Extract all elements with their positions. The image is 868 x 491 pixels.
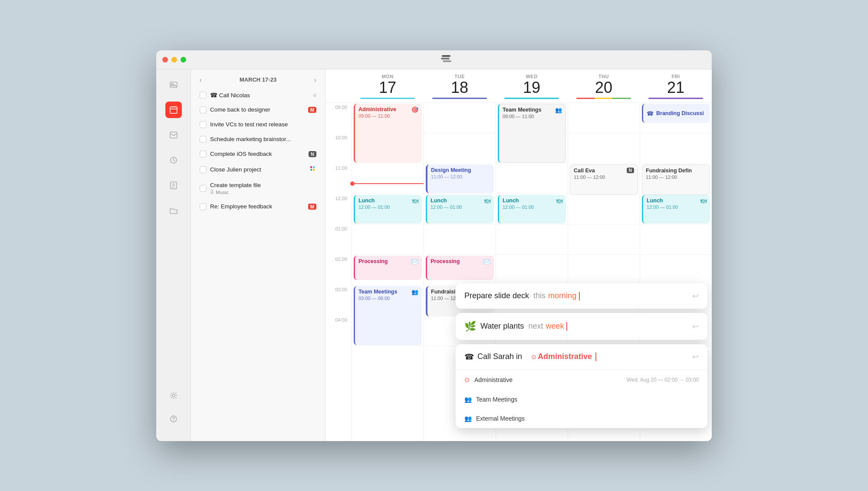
task-item[interactable]: Create template file ⠿ Music	[196, 178, 320, 199]
card2-text: Water plants	[480, 322, 524, 331]
sidebar-item-photo[interactable]	[165, 76, 182, 93]
time-label-12: 12:00	[326, 194, 352, 224]
event-lunch-fri[interactable]: 🍽 Lunch 12:00 — 01:00	[642, 195, 710, 224]
text-cursor	[579, 292, 580, 300]
event-time: 09:00 — 11:00	[358, 113, 418, 119]
time-label-14: 02:00	[326, 255, 352, 285]
event-call-eva[interactable]: N Call Eva 11:00 — 12:00	[570, 165, 638, 195]
minimize-button[interactable]	[171, 57, 177, 63]
time-gutter: 09:00 10:00 11:00 12:00 01:00 02:00 03:0…	[326, 103, 352, 441]
traffic-lights	[162, 57, 186, 63]
card1-text: Prepare slide deck	[464, 291, 529, 300]
enter-icon2[interactable]: ↩	[692, 322, 699, 331]
task-item[interactable]: Close Julien project	[196, 161, 320, 178]
task-list: ☎ Call Nicolas ≡ Come back to designer M…	[191, 88, 325, 441]
event-fundraising-fri[interactable]: Fundraising Defin 11:00 — 12:00	[642, 165, 710, 195]
task-sidebar: ‹ MARCH 17-23 › ☎ Call Nicolas ≡ Come ba…	[191, 69, 326, 441]
event-team-meetings-wed[interactable]: 👥 Team Meetings 09:00 — 11:00	[498, 104, 566, 163]
time-label-15: 03:00	[326, 285, 352, 316]
notion-badge: N	[309, 151, 316, 157]
task-item[interactable]: Schedule marketing brainstor...	[196, 132, 320, 147]
sidebar-item-notes[interactable]	[165, 177, 182, 194]
sidebar-item-calendar[interactable]	[165, 102, 182, 118]
plant-emoji: 🌿	[464, 321, 476, 332]
sidebar-item-folder[interactable]	[165, 202, 182, 219]
sidebar-item-settings[interactable]	[165, 387, 182, 404]
svg-rect-2	[443, 60, 451, 62]
task-label: Come back to designer	[210, 106, 305, 113]
svg-rect-21	[313, 166, 315, 168]
task-checkbox[interactable]	[200, 121, 207, 128]
day-header-tue: TUE 18	[424, 69, 496, 103]
task-checkbox[interactable]	[200, 106, 207, 113]
task-label: ☎ Call Nicolas	[210, 92, 309, 99]
app-window: ‹ MARCH 17-23 › ☎ Call Nicolas ≡ Come ba…	[156, 50, 712, 441]
input-card-slide-deck[interactable]: Prepare slide deck this morning ↩	[456, 283, 707, 309]
task-checkbox[interactable]	[200, 166, 207, 173]
sidebar-item-clock[interactable]	[165, 152, 182, 168]
day-headers: MON 17 TUE 18 WED 19 THU 20	[326, 69, 712, 103]
event-lunch-tue[interactable]: 🍽 Lunch 12:00 — 01:00	[426, 195, 494, 224]
event-processing-tue[interactable]: ✉️ Processing	[426, 256, 494, 280]
sidebar-item-help[interactable]	[165, 411, 182, 427]
task-item[interactable]: Re: Employee feedback M	[196, 199, 320, 214]
task-checkbox[interactable]	[200, 203, 207, 210]
admin-circle-icon: ⊙	[531, 353, 536, 360]
task-menu-icon[interactable]: ≡	[313, 92, 316, 99]
dropdown-item-external-meetings[interactable]: 👥 External Meetings	[456, 409, 707, 428]
event-administrative-mon[interactable]: 🎯 Administrative 09:00 — 11:00	[354, 104, 422, 163]
maximize-button[interactable]	[181, 57, 186, 63]
dropdown-item-team-meetings[interactable]: 👥 Team Meetings	[456, 390, 707, 409]
task-item[interactable]: Invite VCs to test next release	[196, 117, 320, 132]
time-label-10: 10:00	[326, 133, 352, 164]
svg-line-12	[174, 160, 175, 161]
card3-text: Call Sarah in	[477, 352, 522, 361]
day-header-mon: MON 17	[352, 69, 424, 103]
close-button[interactable]	[162, 57, 168, 63]
svg-rect-0	[442, 55, 450, 57]
svg-point-19	[173, 420, 174, 421]
next-month-button[interactable]: ›	[314, 76, 316, 83]
slack-badge	[309, 165, 316, 174]
task-item[interactable]: Come back to designer M	[196, 102, 320, 117]
dropdown-item-administrative[interactable]: ⊙ Administrative Wed, Aug 20 — 02:00 → 0…	[456, 370, 707, 390]
dropdown-meta-admin: Wed, Aug 20 — 02:00 → 03:00	[627, 377, 699, 383]
day-header-wed: WED 19	[496, 69, 568, 103]
sidebar-header: ‹ MARCH 17-23 ›	[191, 69, 325, 88]
floating-cards: Prepare slide deck this morning ↩ 🌿 Wate…	[456, 283, 707, 428]
titlebar	[156, 50, 712, 69]
task-label: Invite VCs to test next release	[210, 121, 316, 128]
input-card-water-plants[interactable]: 🌿 Water plants next week ↩	[456, 313, 707, 340]
card1-highlight-word2: morning	[548, 291, 576, 300]
sidebar-item-inbox[interactable]	[165, 127, 182, 143]
svg-rect-5	[170, 107, 177, 113]
dropdown-label-admin: Administrative	[474, 376, 513, 383]
icon-sidebar	[156, 69, 191, 441]
task-item[interactable]: Complete iOS feedback N	[196, 147, 320, 161]
event-lunch-mon[interactable]: 🍽 Lunch 12:00 — 01:00	[354, 195, 422, 224]
dropdown-label-team: Team Meetings	[476, 396, 517, 403]
task-checkbox[interactable]	[200, 185, 207, 192]
enter-icon[interactable]: ↩	[692, 291, 699, 301]
event-processing-mon[interactable]: ✉️ Processing	[354, 256, 422, 280]
admin-icon: ⊙	[464, 376, 470, 384]
task-item[interactable]: ☎ Call Nicolas ≡	[196, 88, 320, 102]
event-branding[interactable]: ☎ Branding Discussi	[642, 104, 710, 123]
enter-icon3[interactable]: ↩	[692, 352, 699, 362]
gmail-badge: M	[308, 107, 316, 113]
task-checkbox[interactable]	[200, 136, 207, 143]
month-label: MARCH 17-23	[240, 76, 276, 83]
time-label-11: 11:00	[326, 164, 352, 194]
event-lunch-wed[interactable]: 🍽 Lunch 12:00 — 01:00	[498, 195, 566, 224]
task-sublabel: ⠿ Music	[210, 189, 316, 195]
event-team-meetings-mon[interactable]: 👥 Team Meetings 03:00 — 06:00	[354, 286, 422, 345]
text-cursor3	[595, 353, 596, 361]
current-time-line	[352, 183, 424, 184]
task-checkbox[interactable]	[200, 151, 207, 158]
prev-month-button[interactable]: ‹	[200, 76, 202, 83]
task-checkbox[interactable]	[200, 92, 207, 99]
dropdown-header: ☎ Call Sarah in ⊙ Administrative ↩	[456, 344, 707, 370]
task-label: Complete iOS feedback	[210, 151, 305, 157]
event-design-meeting[interactable]: Design Meeting 11:00 — 12:00	[426, 165, 494, 193]
task-label: Close Julien project	[210, 166, 306, 173]
